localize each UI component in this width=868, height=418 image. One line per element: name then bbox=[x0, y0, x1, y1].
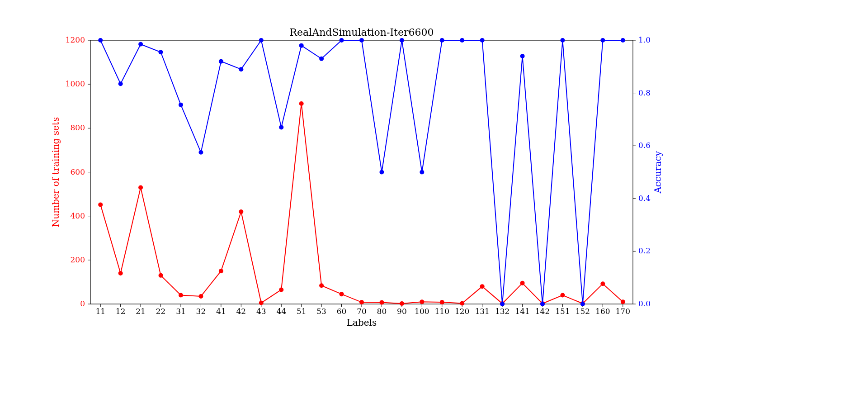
point-accuracy bbox=[560, 38, 565, 43]
plot-spines bbox=[90, 40, 633, 304]
point-training-sets bbox=[279, 287, 283, 292]
point-accuracy bbox=[480, 38, 485, 43]
point-accuracy bbox=[359, 38, 364, 43]
yr-tick-label: 0.6 bbox=[638, 141, 651, 150]
point-accuracy bbox=[440, 38, 444, 43]
x-tick-label: 21 bbox=[136, 307, 146, 316]
point-accuracy bbox=[299, 43, 304, 48]
point-accuracy bbox=[379, 170, 384, 175]
yl-tick-label: 0 bbox=[80, 299, 85, 308]
series-accuracy bbox=[100, 40, 623, 304]
yr-tick-label: 0.8 bbox=[638, 88, 651, 97]
x-tick-label: 41 bbox=[216, 307, 226, 316]
point-training-sets bbox=[219, 269, 223, 273]
yl-tick-label: 800 bbox=[71, 123, 85, 132]
x-tick-label: 51 bbox=[297, 307, 307, 316]
point-training-sets bbox=[299, 101, 304, 106]
x-tick-label: 42 bbox=[236, 307, 246, 316]
point-training-sets bbox=[118, 271, 123, 276]
x-tick-label: 11 bbox=[95, 307, 105, 316]
point-accuracy bbox=[500, 302, 505, 306]
x-tick-label: 12 bbox=[116, 307, 126, 316]
x-tick-label: 32 bbox=[196, 307, 206, 316]
x-tick-label: 131 bbox=[475, 307, 489, 316]
point-accuracy bbox=[138, 42, 143, 47]
x-tick-label: 43 bbox=[256, 307, 266, 316]
point-training-sets bbox=[440, 300, 444, 304]
yl-tick-label: 1000 bbox=[66, 79, 85, 88]
point-accuracy bbox=[219, 59, 223, 64]
point-training-sets bbox=[359, 300, 364, 304]
y-right-axis-label: Accuracy bbox=[652, 151, 663, 194]
x-tick-label: 90 bbox=[397, 307, 407, 316]
point-training-sets bbox=[460, 301, 464, 306]
point-training-sets bbox=[179, 293, 183, 298]
chart-container: RealAndSimulation-Iter660011122122313241… bbox=[0, 0, 868, 418]
chart-title: RealAndSimulation-Iter6600 bbox=[290, 27, 434, 38]
point-accuracy bbox=[259, 38, 264, 43]
point-training-sets bbox=[520, 281, 525, 285]
x-tick-label: 53 bbox=[316, 307, 326, 316]
point-training-sets bbox=[138, 185, 143, 190]
yr-tick-label: 0.4 bbox=[638, 194, 651, 203]
x-tick-label: 132 bbox=[495, 307, 509, 316]
point-accuracy bbox=[540, 302, 545, 306]
point-accuracy bbox=[279, 125, 283, 129]
point-accuracy bbox=[460, 38, 464, 43]
yr-tick-label: 0.2 bbox=[638, 246, 651, 255]
point-training-sets bbox=[560, 293, 565, 298]
yl-tick-label: 200 bbox=[71, 255, 85, 264]
point-training-sets bbox=[159, 273, 163, 278]
point-accuracy bbox=[340, 38, 344, 43]
point-training-sets bbox=[420, 299, 424, 304]
point-training-sets bbox=[98, 202, 103, 207]
point-training-sets bbox=[379, 300, 384, 305]
point-training-sets bbox=[400, 301, 404, 306]
point-accuracy bbox=[600, 38, 605, 43]
x-tick-label: 70 bbox=[357, 307, 367, 316]
y-left-axis-label: Number of training sets bbox=[50, 117, 61, 227]
x-tick-label: 60 bbox=[337, 307, 347, 316]
yl-tick-label: 400 bbox=[71, 211, 85, 220]
x-tick-label: 151 bbox=[555, 307, 570, 316]
point-accuracy bbox=[159, 50, 163, 54]
point-training-sets bbox=[239, 209, 243, 214]
point-accuracy bbox=[420, 170, 424, 175]
yr-tick-label: 0.0 bbox=[638, 299, 651, 308]
x-tick-label: 120 bbox=[455, 307, 469, 316]
point-accuracy bbox=[98, 38, 103, 43]
yl-tick-label: 1200 bbox=[66, 35, 85, 44]
x-tick-label: 160 bbox=[595, 307, 610, 316]
point-training-sets bbox=[621, 299, 625, 304]
yr-tick-label: 1.0 bbox=[638, 35, 651, 44]
point-training-sets bbox=[480, 284, 485, 289]
point-accuracy bbox=[400, 38, 404, 43]
point-accuracy bbox=[239, 67, 243, 71]
point-accuracy bbox=[621, 38, 625, 43]
point-training-sets bbox=[259, 301, 264, 305]
point-training-sets bbox=[340, 292, 344, 296]
point-accuracy bbox=[319, 57, 324, 61]
x-tick-label: 100 bbox=[415, 307, 429, 316]
x-tick-label: 170 bbox=[616, 307, 630, 316]
point-accuracy bbox=[179, 103, 183, 107]
yl-tick-label: 600 bbox=[71, 167, 85, 176]
x-tick-label: 44 bbox=[276, 307, 286, 316]
point-training-sets bbox=[198, 294, 203, 299]
point-accuracy bbox=[520, 54, 525, 58]
x-tick-label: 80 bbox=[377, 307, 387, 316]
x-tick-label: 142 bbox=[535, 307, 550, 316]
point-accuracy bbox=[118, 81, 123, 86]
x-tick-label: 141 bbox=[515, 307, 529, 316]
chart-svg: RealAndSimulation-Iter660011122122313241… bbox=[0, 0, 868, 418]
x-tick-label: 152 bbox=[576, 307, 590, 316]
point-training-sets bbox=[319, 283, 324, 288]
x-tick-label: 22 bbox=[156, 307, 166, 316]
point-training-sets bbox=[600, 281, 605, 286]
x-tick-label: 31 bbox=[176, 307, 186, 316]
point-accuracy bbox=[580, 302, 585, 306]
x-tick-label: 110 bbox=[435, 307, 449, 316]
x-axis-label: Labels bbox=[347, 317, 377, 328]
point-accuracy bbox=[198, 150, 203, 155]
